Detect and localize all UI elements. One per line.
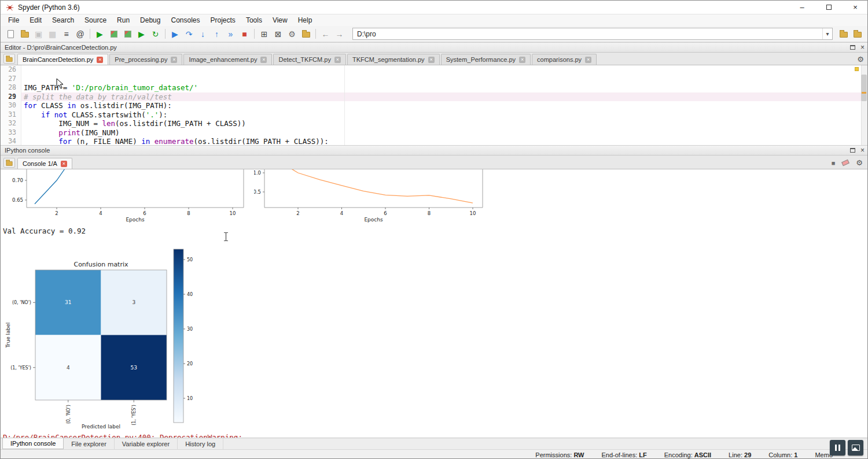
code-line-34[interactable]: 34 for (n, FILE_NAME) in enumerate(os.li… [1,137,868,145]
maximize-button[interactable] [815,1,842,14]
re-run-cell-button[interactable]: ↻ [149,27,162,40]
code-editor[interactable]: 262728IMG_PATH = 'D:/pro/brain_tumor_dat… [1,65,868,145]
editor-tab-image-enhancement-py[interactable]: Image_enhancement.py× [183,54,272,65]
menu-consoles[interactable]: Consoles [165,15,205,25]
menu-search[interactable]: Search [47,15,79,25]
toolbar-separator [165,29,165,39]
clear-console-button[interactable] [841,160,849,166]
line-number-30[interactable]: 30 [1,101,21,110]
code-line-30[interactable]: 30for CLASS in os.listdir(IMG_PATH): [1,101,868,110]
code-text [21,65,868,75]
dock-tab-variable-explorer[interactable]: Variable explorer [115,438,178,449]
debug-file-button[interactable]: ▶ [168,27,182,40]
file-switcher-button[interactable]: ≡ [60,27,73,40]
line-number-28[interactable]: 28 [1,83,21,92]
editor-tab-system-performance-py[interactable]: System_Performance.py× [441,54,531,65]
console-tab[interactable]: Console 1/A × [17,158,72,169]
forward-button[interactable]: → [333,27,346,40]
run-cell-advance-button[interactable] [121,27,134,40]
line-number-31[interactable]: 31 [1,110,21,120]
debug-continue-button[interactable]: » [224,27,237,40]
save-all-button[interactable]: ▦ [46,27,59,40]
undock-editor-icon[interactable] [850,45,855,50]
code-line-29[interactable]: 29# split the data by train/val/test [1,92,868,102]
menu-help[interactable]: Help [293,15,318,25]
browse-working-directory-button[interactable] [837,27,850,40]
gallery-button[interactable] [848,440,863,456]
menu-run[interactable]: Run [112,15,135,25]
tab-close-icon[interactable]: × [585,57,591,63]
pythonpath-manager-button[interactable] [299,27,312,40]
dock-tab-ipython-console[interactable]: IPython console [2,438,64,449]
line-number-33[interactable]: 33 [1,128,21,138]
console-options-gear-icon[interactable]: ⚙ [856,158,863,167]
back-button[interactable]: ← [319,27,332,40]
editor-tab-comparisons-py[interactable]: comparisons.py× [532,54,597,65]
editor-scrollbar-thumb[interactable] [861,75,867,101]
menu-file[interactable]: File [3,15,24,25]
preferences-button[interactable]: ⚙ [285,27,299,40]
code-line-31[interactable]: 31 if not CLASS.startswith('.'): [1,110,868,120]
debug-step-return-button[interactable]: ↑ [210,27,223,40]
combo-dropdown-icon[interactable]: ▾ [822,28,832,39]
browse-editor-tabs-button[interactable] [3,54,15,64]
undock-console-icon[interactable] [850,148,855,153]
editor-tab-detect-tkfcm-py[interactable]: Detect_TKFCM.py× [273,54,345,65]
new-file-icon [8,30,14,38]
close-console-pane-icon[interactable]: × [860,147,865,154]
dock-tab-file-explorer[interactable]: File explorer [64,438,115,449]
tab-close-icon[interactable]: × [260,57,267,63]
code-line-33[interactable]: 33 print(IMG_NUM) [1,128,868,138]
code-line-26[interactable]: 26 [1,65,868,75]
editor-options-gear-icon[interactable]: ⚙ [857,55,864,64]
line-number-29[interactable]: 29 [1,92,21,102]
save-file-button[interactable]: ▣ [32,27,45,40]
working-directory-combo[interactable]: D:\pro ▾ [352,28,833,40]
close-editor-pane-icon[interactable]: × [860,44,865,51]
run-file-button[interactable]: ▶ [93,27,106,40]
console-output[interactable]: 2468100.700.65Epochs 2468101.00.5Epochs … [1,169,868,438]
fullscreen-button[interactable]: ⊠ [271,27,285,40]
pause-button[interactable] [830,440,845,456]
debug-step-over-button[interactable]: ↷ [182,27,196,40]
dock-tab-history-log[interactable]: History log [178,438,223,449]
close-button[interactable]: × [842,1,868,14]
editor-scrollbar[interactable] [861,65,868,145]
menu-source[interactable]: Source [79,15,112,25]
tab-close-icon[interactable]: × [171,57,177,63]
tab-close-icon[interactable]: × [97,57,103,63]
tab-close-icon[interactable]: × [428,57,435,63]
svg-text:2: 2 [55,210,58,216]
menu-debug[interactable]: Debug [135,15,165,25]
new-file-button[interactable] [4,27,17,40]
menu-view[interactable]: View [267,15,293,25]
run-selection-button[interactable]: ▶ [135,27,148,40]
tab-close-icon[interactable]: × [519,57,525,63]
line-number-27[interactable]: 27 [1,75,21,84]
menu-projects[interactable]: Projects [205,15,241,25]
parent-directory-button[interactable] [851,27,864,40]
debug-step-into-button[interactable]: ↓ [196,27,209,40]
tab-close-icon[interactable]: × [334,57,341,63]
interrupt-kernel-button[interactable]: ■ [832,160,836,166]
line-number-34[interactable]: 34 [1,137,21,145]
line-number-32[interactable]: 32 [1,119,21,128]
editor-tab-tkfcm-segmentation-py[interactable]: TKFCM_segmentation.py× [347,54,440,65]
symbol-finder-button[interactable]: @ [73,27,87,40]
code-line-32[interactable]: 32 IMG_NUM = len(os.listdir(IMG_PATH + C… [1,119,868,128]
console-tab-close-icon[interactable]: × [61,161,67,167]
menu-edit[interactable]: Edit [24,15,47,25]
menu-tools[interactable]: Tools [241,15,267,25]
stop-debug-button[interactable]: ■ [238,27,251,40]
svg-text:6: 6 [384,210,387,216]
editor-tab-pre-processing-py[interactable]: Pre_processing.py× [109,54,182,65]
maximize-pane-button[interactable]: ⊞ [258,27,271,40]
run-cell-button[interactable] [107,27,120,40]
code-line-28[interactable]: 28IMG_PATH = 'D:/pro/brain_tumor_dataset… [1,83,868,92]
browse-console-tabs-button[interactable] [3,158,15,168]
line-number-26[interactable]: 26 [1,65,21,75]
code-line-27[interactable]: 27 [1,75,868,84]
minimize-button[interactable]: – [789,1,815,14]
open-file-button[interactable] [18,27,31,40]
editor-tab-braincancerdetection-py[interactable]: BrainCancerDetection.py× [17,54,108,65]
